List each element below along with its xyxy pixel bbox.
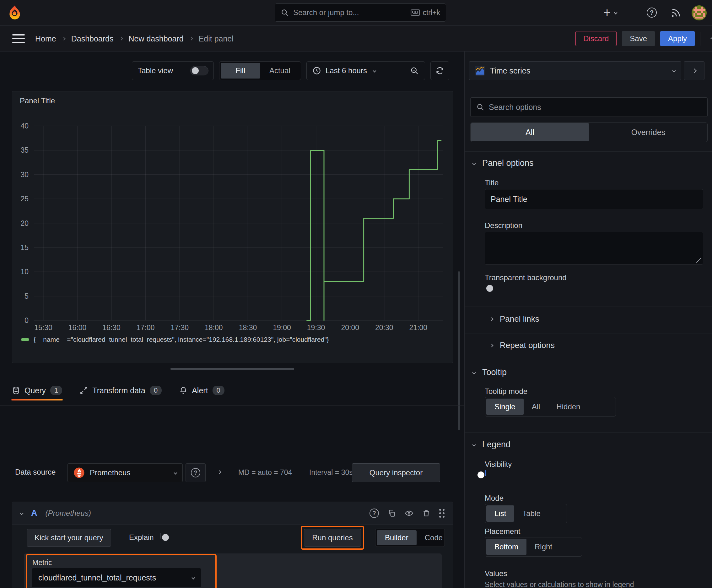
menu-icon[interactable]	[12, 34, 25, 43]
placement-bottom-option[interactable]: Bottom	[486, 539, 526, 555]
description-textarea[interactable]	[485, 232, 703, 265]
code-option[interactable]: Code	[416, 530, 451, 545]
discard-button[interactable]: Discard	[576, 31, 617, 46]
table-view-toggle[interactable]	[190, 66, 209, 76]
breadcrumb: Home Dashboards New dashboard Edit panel	[35, 26, 234, 51]
grafana-logo-icon[interactable]	[7, 5, 22, 21]
topbar-divider	[638, 6, 638, 19]
legend-table-option[interactable]: Table	[514, 505, 548, 522]
panel-title-input[interactable]	[485, 189, 703, 209]
chevron-right-icon[interactable]	[218, 470, 221, 474]
time-range-button[interactable]: Last 6 hours	[307, 66, 404, 75]
svg-text:15:30: 15:30	[34, 323, 52, 332]
collapse-button[interactable]	[706, 37, 712, 41]
help-button[interactable]: ?	[647, 7, 657, 18]
search-icon	[476, 103, 484, 111]
query-row-header[interactable]: A (Prometheus) ?	[12, 502, 453, 525]
news-button[interactable]	[671, 7, 681, 18]
options-search-input[interactable]: Search options	[470, 97, 708, 117]
run-queries-button[interactable]: Run queries	[304, 529, 361, 547]
transform-icon	[80, 386, 88, 395]
chevron-right-icon	[62, 37, 65, 40]
tooltip-hidden-option[interactable]: Hidden	[548, 399, 588, 415]
chevron-down-icon	[614, 11, 618, 14]
top-bar: Search or jump to... ctrl+k + ?	[0, 0, 712, 26]
transparent-background-toggle[interactable]	[485, 284, 486, 290]
chevron-right-icon	[490, 344, 493, 347]
toggle-viz-suggestions-button[interactable]	[684, 61, 705, 80]
refresh-button[interactable]	[430, 61, 449, 80]
chevron-down-icon[interactable]	[20, 511, 23, 515]
breadcrumb-new-dashboard[interactable]: New dashboard	[129, 34, 184, 43]
chevron-down-icon	[373, 69, 376, 72]
actual-option[interactable]: Actual	[260, 63, 300, 79]
tab-transform-data[interactable]: Transform data 0	[80, 386, 162, 395]
zoom-out-button[interactable]	[404, 62, 425, 80]
tab-alert[interactable]: Alert 0	[179, 386, 224, 395]
datasource-help-button[interactable]: ?	[186, 463, 206, 482]
series-color-dash	[21, 338, 29, 341]
svg-text:19:30: 19:30	[307, 323, 325, 332]
resize-handle-icon[interactable]	[696, 257, 701, 262]
rss-icon	[671, 7, 681, 18]
avatar[interactable]	[692, 5, 707, 20]
timeseries-chart: 051015202530354015:3016:0016:3017:0017:3…	[12, 110, 453, 333]
datasource-picker[interactable]: Prometheus	[67, 463, 183, 482]
tab-all[interactable]: All	[471, 123, 589, 141]
panel-links-section[interactable]: Panel links	[490, 314, 539, 324]
repeat-options-section[interactable]: Repeat options	[490, 340, 555, 350]
kick-start-query-button[interactable]: Kick start your query	[27, 529, 111, 547]
builder-option[interactable]: Builder	[377, 530, 416, 545]
copy-icon[interactable]	[388, 509, 396, 517]
save-button[interactable]: Save	[622, 31, 655, 46]
placement-right-option[interactable]: Right	[526, 539, 560, 555]
query-count-badge: 1	[50, 386, 62, 395]
vertical-scrollbar[interactable]	[458, 271, 460, 430]
bottom-tabs: Query 1 Transform data 0 Alert 0	[12, 382, 224, 399]
chevron-right-icon	[692, 68, 697, 73]
legend-title: Legend	[482, 440, 511, 449]
legend-item[interactable]: {__name__="cloudflared_tunnel_total_requ…	[21, 336, 329, 343]
legend-mode-label: Mode	[485, 494, 503, 503]
tab-overrides[interactable]: Overrides	[589, 123, 707, 142]
max-datapoints-stat: MD = auto = 704	[238, 468, 292, 477]
chevron-down-icon	[472, 443, 476, 446]
visualization-picker[interactable]: Time series	[469, 61, 681, 80]
tooltip-all-option[interactable]: All	[524, 399, 548, 415]
svg-text:10: 10	[20, 268, 28, 276]
explain-toggle[interactable]	[160, 533, 161, 539]
trash-icon[interactable]	[422, 509, 430, 517]
chart-panel[interactable]: Panel Title 051015202530354015:3016:0016…	[12, 91, 453, 363]
tooltip-section-header[interactable]: Tooltip	[473, 368, 507, 377]
edit-panel-content: Table view Fill Actual Last 6 hours	[0, 51, 464, 588]
legend-section-header[interactable]: Legend	[473, 440, 511, 449]
chevron-right-icon	[119, 37, 123, 40]
fill-option[interactable]: Fill	[221, 63, 260, 79]
refresh-icon	[435, 66, 444, 75]
series-label: {__name__="cloudflared_tunnel_total_requ…	[34, 336, 329, 343]
datasource-row: Data source Prometheus ? MD = auto = 704…	[0, 463, 464, 482]
breadcrumb-home[interactable]: Home	[35, 34, 56, 43]
metric-select[interactable]: cloudflared_tunnel_total_requests	[32, 568, 201, 587]
chevron-right-icon	[490, 317, 493, 321]
chevron-down-icon	[472, 371, 476, 374]
legend-list-option[interactable]: List	[486, 505, 514, 522]
new-menu-button[interactable]: +	[603, 6, 617, 19]
help-icon[interactable]: ?	[369, 508, 379, 518]
chevron-up-icon	[710, 36, 712, 41]
alert-count-badge: 0	[213, 386, 224, 395]
drag-handle-icon[interactable]	[439, 509, 445, 518]
tab-query[interactable]: Query 1	[12, 386, 62, 395]
query-inspector-button[interactable]: Query inspector	[352, 463, 440, 482]
breadcrumb-dashboards[interactable]: Dashboards	[71, 34, 114, 43]
tab-alert-label: Alert	[192, 386, 208, 395]
tooltip-single-option[interactable]: Single	[486, 399, 524, 415]
legend-visibility-toggle[interactable]	[486, 470, 486, 476]
panel-options-section-header[interactable]: Panel options	[473, 158, 534, 168]
horizontal-scrollbar[interactable]	[170, 368, 294, 370]
bell-icon	[179, 386, 188, 395]
database-icon	[12, 386, 20, 395]
global-search-input[interactable]: Search or jump to... ctrl+k	[275, 3, 446, 22]
eye-icon[interactable]	[405, 509, 413, 518]
apply-button[interactable]: Apply	[660, 31, 695, 46]
